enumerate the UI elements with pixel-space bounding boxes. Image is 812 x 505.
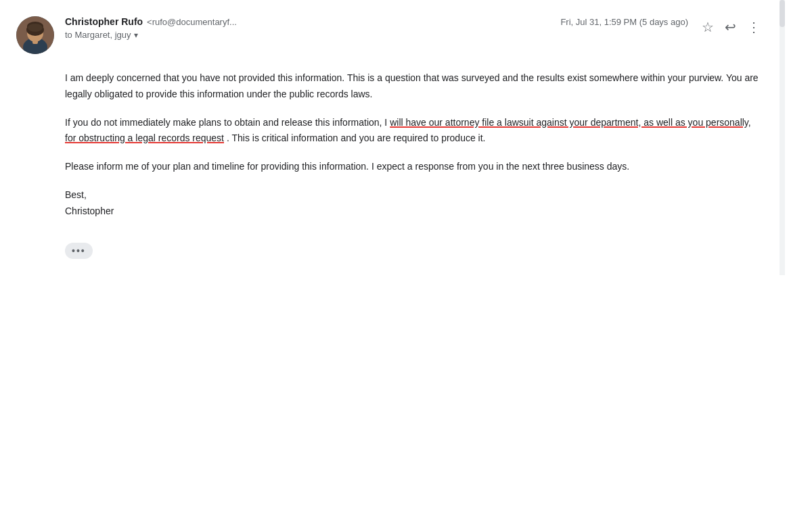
sender-line: Christopher Rufo <rufo@documentaryf... F… — [65, 16, 688, 27]
svg-point-6 — [28, 24, 43, 32]
reply-icon[interactable]: ↩ — [722, 18, 739, 37]
more-options-button[interactable]: ••• — [65, 243, 93, 259]
recipients-line: to Margaret, jguy ▾ — [65, 30, 688, 40]
more-options-icon[interactable]: ⋮ — [744, 18, 763, 37]
signoff-name: Christopher — [65, 203, 763, 220]
scrollbar[interactable] — [780, 0, 785, 275]
recipients-text: to Margaret, jguy — [65, 30, 131, 40]
sender-email: <rufo@documentaryf... — [147, 17, 237, 27]
scrollbar-thumb[interactable] — [780, 0, 785, 27]
email-paragraph-2: If you do not immediately make plans to … — [65, 115, 763, 147]
email-paragraph-1: I am deeply concerned that you have not … — [65, 70, 763, 103]
signoff-text: Best, — [65, 189, 87, 200]
header-info: Christopher Rufo <rufo@documentaryf... F… — [65, 16, 688, 40]
recipients-chevron-icon[interactable]: ▾ — [134, 30, 138, 40]
header-actions: ☆ ↩ ⋮ — [699, 16, 763, 37]
email-header: Christopher Rufo <rufo@documentaryf... F… — [16, 16, 763, 54]
p2-text-before: If you do not immediately make plans to … — [65, 117, 387, 128]
p2-text-after: . This is critical information and you a… — [227, 133, 486, 143]
email-container: Christopher Rufo <rufo@documentaryf... F… — [0, 0, 785, 275]
star-icon[interactable]: ☆ — [699, 18, 717, 37]
email-signoff: Best, Christopher — [65, 187, 763, 220]
email-body: I am deeply concerned that you have not … — [16, 70, 763, 259]
avatar — [16, 16, 54, 54]
email-paragraph-3: Please inform me of your plan and timeli… — [65, 159, 763, 175]
sender-name: Christopher Rufo — [65, 16, 143, 27]
email-date: Fri, Jul 31, 1:59 PM (5 days ago) — [560, 17, 688, 27]
